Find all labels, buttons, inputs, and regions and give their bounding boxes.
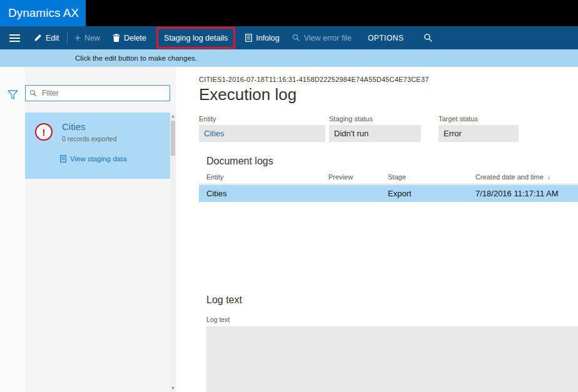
content-area: ! Cities 0 records exported View staging… bbox=[0, 67, 578, 392]
page-title: Execution log bbox=[199, 85, 578, 104]
log-text-section-title: Log text bbox=[199, 294, 578, 306]
pencil-icon bbox=[34, 34, 42, 42]
options-button[interactable]: OPTIONS bbox=[362, 26, 410, 49]
staging-status-label: Staging status bbox=[329, 115, 421, 123]
error-icon: ! bbox=[35, 123, 53, 141]
sidebar: ! Cities 0 records exported View staging… bbox=[0, 67, 188, 392]
staging-status-value: Didn't run bbox=[329, 125, 421, 142]
entity-field-value[interactable]: Cities bbox=[199, 125, 325, 142]
entity-list-pane: ! Cities 0 records exported View staging… bbox=[25, 67, 170, 392]
job-id: CITIES1-2016-07-18T11:16:31-4158D2225298… bbox=[199, 76, 578, 83]
log-text-area bbox=[206, 326, 578, 392]
infolog-document-icon bbox=[245, 34, 252, 42]
view-staging-data-label: View staging data bbox=[70, 155, 127, 163]
view-error-file-label: View error file bbox=[304, 34, 352, 43]
action-bar: Edit + New Delete Staging log details In… bbox=[0, 26, 578, 49]
entity-card-subtitle: 0 records exported bbox=[62, 135, 117, 143]
column-header-entity[interactable]: Entity bbox=[199, 173, 328, 181]
column-header-created-label: Created date and time bbox=[475, 173, 544, 181]
cell-entity: Cities bbox=[199, 189, 328, 198]
annotation-highlight-box: Staging log details bbox=[156, 27, 235, 49]
view-staging-data-link[interactable]: View staging data bbox=[60, 155, 164, 163]
entity-card-top: ! Cities 0 records exported bbox=[35, 121, 164, 143]
infolog-button[interactable]: Infolog bbox=[239, 26, 286, 49]
main-panel: CITIES1-2016-07-18T11:16:31-4158D2225298… bbox=[188, 67, 578, 392]
filter-search-icon bbox=[29, 89, 37, 97]
trash-icon bbox=[113, 34, 120, 42]
entity-field-group: Entity Cities bbox=[199, 115, 325, 142]
column-header-stage[interactable]: Stage bbox=[388, 173, 475, 181]
search-button[interactable] bbox=[417, 26, 439, 49]
plus-icon: + bbox=[75, 33, 81, 43]
app-logo[interactable]: Dynamics AX bbox=[0, 0, 86, 26]
filter-pane-button[interactable] bbox=[5, 89, 20, 103]
target-status-value: Error bbox=[439, 125, 519, 142]
edit-button-label: Edit bbox=[46, 34, 59, 43]
cell-stage: Export bbox=[388, 189, 475, 198]
notification-bar: Click the edit button to make changes. bbox=[0, 49, 578, 67]
delete-button[interactable]: Delete bbox=[106, 26, 153, 49]
document-logs-section: Document logs Entity Preview Stage Creat… bbox=[199, 156, 578, 202]
edit-button[interactable]: Edit bbox=[28, 26, 66, 49]
sidebar-gap bbox=[176, 67, 188, 392]
sidebar-scrollbar[interactable]: ▲ ▼ bbox=[170, 113, 176, 392]
filter-input[interactable] bbox=[41, 88, 166, 98]
target-status-label: Target status bbox=[439, 115, 519, 123]
delete-button-label: Delete bbox=[124, 34, 146, 43]
new-button-label: New bbox=[84, 34, 100, 43]
column-header-created[interactable]: Created date and time ↓ bbox=[475, 173, 578, 181]
new-button: + New bbox=[69, 26, 106, 49]
filter-rail bbox=[0, 67, 25, 392]
staging-log-details-button[interactable]: Staging log details bbox=[158, 29, 233, 47]
staging-log-details-label: Staging log details bbox=[164, 34, 228, 43]
staging-status-field-group: Staging status Didn't run bbox=[329, 115, 421, 142]
infolog-button-label: Infolog bbox=[256, 34, 280, 43]
notification-text: Click the edit button to make changes. bbox=[75, 54, 197, 62]
toolbar-separator bbox=[67, 33, 68, 44]
entity-card-title: Cities bbox=[62, 121, 117, 132]
view-error-file-button: View error file bbox=[286, 26, 358, 49]
document-log-row[interactable]: Cities Export 7/18/2016 11:17:11 AM bbox=[199, 185, 578, 202]
scroll-up-icon[interactable]: ▲ bbox=[170, 113, 176, 120]
target-status-field-group: Target status Error bbox=[439, 115, 519, 142]
search-icon bbox=[423, 33, 433, 43]
staging-data-document-icon bbox=[60, 155, 66, 163]
sort-descending-icon: ↓ bbox=[547, 174, 550, 181]
scroll-down-icon[interactable]: ▼ bbox=[170, 384, 176, 392]
entity-card-meta: Cities 0 records exported bbox=[62, 121, 117, 143]
hamburger-icon bbox=[9, 34, 20, 42]
top-bar: Dynamics AX bbox=[0, 0, 578, 26]
entity-field-label: Entity bbox=[199, 115, 325, 123]
entity-card-cities[interactable]: ! Cities 0 records exported View staging… bbox=[25, 113, 170, 179]
log-text-section: Log text Log text bbox=[199, 294, 578, 392]
options-button-label: OPTIONS bbox=[368, 34, 404, 43]
document-logs-title: Document logs bbox=[199, 156, 578, 167]
dynamics-ax-window: Dynamics AX Edit + New Delete Staging lo… bbox=[0, 0, 578, 392]
error-file-magnifier-icon bbox=[292, 34, 300, 42]
filter-box bbox=[25, 85, 170, 101]
hamburger-menu-button[interactable] bbox=[4, 26, 25, 49]
log-text-field-label: Log text bbox=[206, 316, 578, 323]
status-fields: Entity Cities Staging status Didn't run … bbox=[199, 115, 578, 142]
funnel-icon bbox=[8, 92, 18, 101]
cell-created: 7/18/2016 11:17:11 AM bbox=[475, 189, 578, 198]
scrollbar-thumb[interactable] bbox=[171, 121, 175, 156]
document-logs-header-row: Entity Preview Stage Created date and ti… bbox=[199, 173, 578, 184]
column-header-preview[interactable]: Preview bbox=[328, 173, 388, 181]
